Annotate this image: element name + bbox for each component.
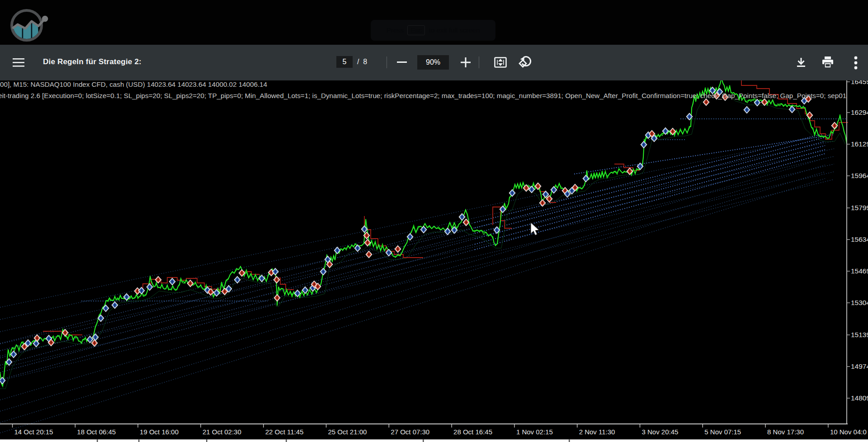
svg-text:22 Oct 11:45: 22 Oct 11:45 — [265, 428, 304, 436]
svg-text:25 Oct 21:00: 25 Oct 21:00 — [328, 428, 367, 436]
svg-text:15634: 15634 — [851, 235, 868, 243]
svg-text:14974: 14974 — [851, 362, 868, 370]
svg-text:15799: 15799 — [851, 204, 868, 212]
svg-text:28 Oct 16:45: 28 Oct 16:45 — [453, 428, 492, 436]
svg-text:15964: 15964 — [851, 172, 868, 179]
svg-text:15469: 15469 — [851, 267, 868, 275]
svg-text:5 Nov 07:15: 5 Nov 07:15 — [704, 428, 741, 436]
svg-text:14809: 14809 — [851, 394, 868, 402]
svg-text:8 Nov 17:30: 8 Nov 17:30 — [767, 428, 804, 436]
svg-text:16129: 16129 — [851, 140, 868, 148]
svg-text:21 Oct 02:30: 21 Oct 02:30 — [203, 428, 241, 436]
svg-text:15304: 15304 — [851, 299, 868, 306]
svg-text:10 Nov 04:0: 10 Nov 04:0 — [830, 428, 867, 436]
svg-text:eit-trading 2.6 [Execution=0;: eit-trading 2.6 [Execution=0; lotSize=0.… — [0, 92, 846, 99]
svg-text:27 Oct 07:30: 27 Oct 07:30 — [391, 428, 429, 436]
svg-text:00], M15: NASDAQ100 Index CFD: 00], M15: NASDAQ100 Index CFD, cash (USD… — [0, 80, 267, 88]
svg-text:1 Nov 02:15: 1 Nov 02:15 — [516, 428, 553, 436]
svg-text:16294: 16294 — [851, 108, 868, 116]
svg-text:16459: 16459 — [851, 80, 868, 85]
svg-text:2 Nov 11:30: 2 Nov 11:30 — [579, 428, 615, 436]
svg-text:3 Nov 20:45: 3 Nov 20:45 — [642, 428, 679, 436]
svg-text:19 Oct 16:00: 19 Oct 16:00 — [140, 428, 179, 436]
svg-text:18 Oct 06:45: 18 Oct 06:45 — [77, 428, 116, 436]
svg-text:15139: 15139 — [851, 331, 868, 339]
svg-text:14 Oct 20:15: 14 Oct 20:15 — [14, 428, 53, 436]
